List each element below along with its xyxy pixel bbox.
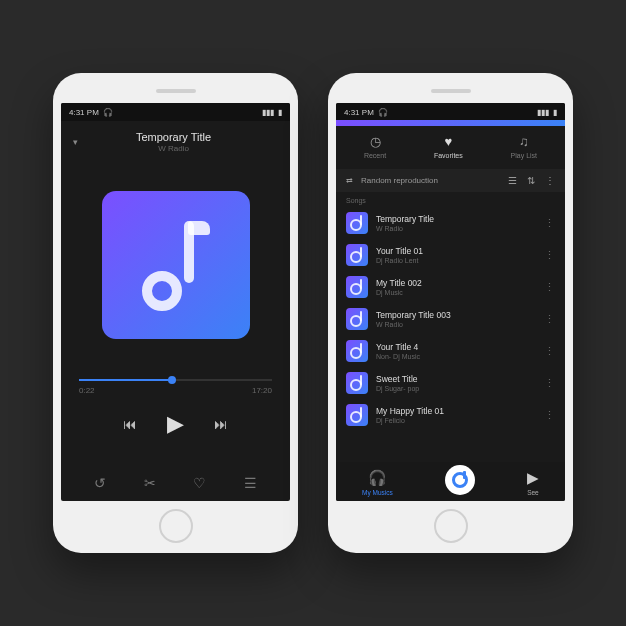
headphone-icon: 🎧 [378,108,388,117]
next-button[interactable]: ⏭ [214,416,228,432]
previous-button[interactable]: ⏮ [123,416,137,432]
tab-playlist[interactable]: ♫ Play List [511,134,537,159]
music-note-icon [452,472,468,488]
menu-icon[interactable]: ☰ [244,475,257,491]
favorite-icon[interactable]: ♡ [193,475,206,491]
headphones-icon: 🎧 [362,469,393,487]
status-bar: 4:31 PM 🎧 ▮▮▮ ▮ [61,103,290,121]
player-bottom-bar: ↺ ✂ ♡ ☰ [61,467,290,501]
phone-player: 4:31 PM 🎧 ▮▮▮ ▮ ▾ Temporary Title W Radi… [53,73,298,553]
home-button[interactable] [159,509,193,543]
bottom-nav: 🎧 My Musics ▶ See [336,462,565,501]
top-tabs: ◷ Recent ♥ Favorites ♫ Play List [336,126,565,169]
phone-playlist: 4:31 PM 🎧 ▮▮▮ ▮ ◷ Recent ♥ Favorites ♫ P… [328,73,573,553]
song-thumb [346,308,368,330]
battery-icon: ▮ [553,108,557,117]
list-item[interactable]: My Title 002Dj Music⋮ [336,271,565,303]
nav-my-music[interactable]: 🎧 My Musics [362,469,393,496]
video-icon: ▶ [527,469,539,487]
song-more-icon[interactable]: ⋮ [544,313,555,326]
song-thumb [346,276,368,298]
now-playing-title: Temporary Title [88,131,259,143]
song-more-icon[interactable]: ⋮ [544,281,555,294]
battery-icon: ▮ [278,108,282,117]
more-icon[interactable]: ⋮ [545,175,555,186]
shuffle-icon: ⇄ [346,176,353,185]
album-artwork[interactable] [102,191,250,339]
tab-favorites[interactable]: ♥ Favorites [434,134,463,159]
list-item[interactable]: Temporary Title 003W Radio⋮ [336,303,565,335]
song-thumb [346,212,368,234]
shuffle-label: Random reproduction [361,176,438,185]
phone-speaker [431,89,471,93]
status-bar: 4:31 PM 🎧 ▮▮▮ ▮ [336,103,565,121]
heart-icon: ♥ [434,134,463,149]
song-thumb [346,404,368,426]
shuffle-row[interactable]: ⇄ Random reproduction ☰ ⇅ ⋮ [336,169,565,192]
player-screen: 4:31 PM 🎧 ▮▮▮ ▮ ▾ Temporary Title W Radi… [61,103,290,501]
songs-section-label: Songs [336,192,565,207]
playlist-screen: 4:31 PM 🎧 ▮▮▮ ▮ ◷ Recent ♥ Favorites ♫ P… [336,103,565,501]
status-time: 4:31 PM [69,108,99,117]
progress-knob[interactable] [168,376,176,384]
song-more-icon[interactable]: ⋮ [544,409,555,422]
song-thumb [346,372,368,394]
headphone-icon: 🎧 [103,108,113,117]
player-header: ▾ Temporary Title W Radio [61,121,290,163]
time-total: 17:20 [252,386,272,395]
list-item[interactable]: Sweet TitleDj Sugar- pop⋮ [336,367,565,399]
collapse-icon[interactable]: ▾ [73,137,78,147]
signal-icon: ▮▮▮ [537,108,549,117]
phone-speaker [156,89,196,93]
list-item[interactable]: Your Title 01Dj Radio Lent⋮ [336,239,565,271]
play-button[interactable]: ▶ [167,411,184,437]
time-elapsed: 0:22 [79,386,95,395]
nav-center-button[interactable] [445,465,475,495]
progress-slider[interactable] [79,379,272,381]
list-item[interactable]: Your Title 4Non- Dj Music⋮ [336,335,565,367]
song-more-icon[interactable]: ⋮ [544,345,555,358]
song-thumb [346,340,368,362]
list-item[interactable]: My Happy Title 01Dj Felicio⋮ [336,399,565,431]
clock-icon: ◷ [364,134,386,149]
list-view-icon[interactable]: ☰ [508,175,517,186]
list-item[interactable]: Temporary TitleW Radio⋮ [336,207,565,239]
status-time: 4:31 PM [344,108,374,117]
nav-see[interactable]: ▶ See [527,469,539,496]
song-list: Temporary TitleW Radio⋮ Your Title 01Dj … [336,207,565,462]
song-more-icon[interactable]: ⋮ [544,377,555,390]
song-thumb [346,244,368,266]
now-playing-subtitle: W Radio [88,144,259,153]
home-button[interactable] [434,509,468,543]
playlist-icon: ♫ [511,134,537,149]
song-more-icon[interactable]: ⋮ [544,217,555,230]
song-more-icon[interactable]: ⋮ [544,249,555,262]
tab-recent[interactable]: ◷ Recent [364,134,386,159]
repeat-icon[interactable]: ↺ [94,475,106,491]
sort-icon[interactable]: ⇅ [527,175,535,186]
signal-icon: ▮▮▮ [262,108,274,117]
trim-icon[interactable]: ✂ [144,475,156,491]
playback-controls: ⏮ ▶ ⏭ [61,411,290,437]
